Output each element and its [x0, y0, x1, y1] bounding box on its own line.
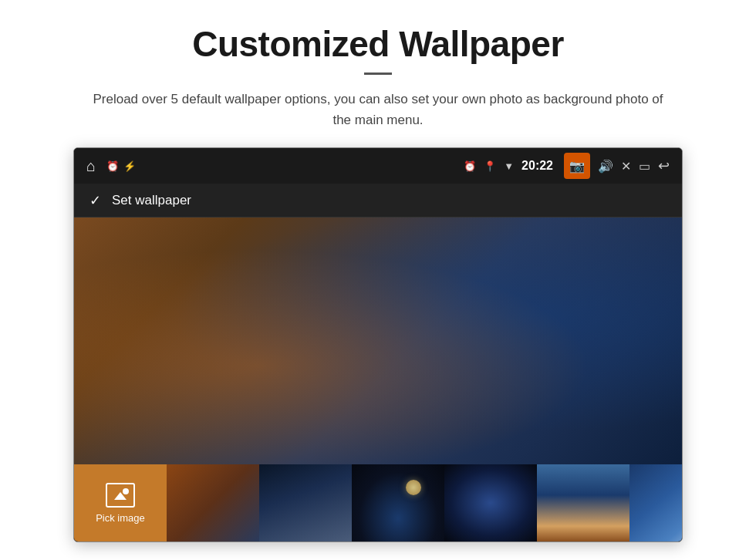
window-icon[interactable]: ▭ — [639, 159, 650, 174]
camera-icon: 📷 — [569, 159, 585, 174]
close-icon[interactable]: ✕ — [621, 159, 631, 174]
pick-image-thumb[interactable]: Pick image — [74, 464, 167, 541]
status-bar-left: ⌂ ⏰ ⚡ — [86, 157, 136, 175]
pick-image-label: Pick image — [96, 512, 145, 524]
wallpaper-thumb-4[interactable] — [444, 464, 537, 541]
camera-button[interactable]: 📷 — [564, 153, 590, 179]
alarm-icon: ⏰ — [106, 160, 119, 172]
wifi-icon: ▼ — [504, 160, 514, 172]
page-wrapper: Customized Wallpaper Preload over 5 defa… — [0, 0, 756, 560]
set-wallpaper-label: Set wallpaper — [112, 193, 191, 208]
wallpaper-thumb-3[interactable] — [352, 464, 444, 541]
wallpaper-thumb-1[interactable] — [167, 464, 259, 541]
location-icon: 📍 — [484, 160, 496, 172]
back-icon[interactable]: ↩ — [658, 157, 670, 174]
wallpaper-thumb-5[interactable] — [537, 464, 629, 541]
volume-icon[interactable]: 🔊 — [598, 159, 613, 174]
home-icon[interactable]: ⌂ — [86, 157, 96, 175]
title-divider — [364, 73, 392, 75]
set-wallpaper-bar: ✓ Set wallpaper — [74, 184, 682, 218]
wallpaper-thumb-6[interactable] — [629, 464, 682, 541]
status-bar: ⌂ ⏰ ⚡ ⏰ 📍 ▼ 20:22 📷 🔊 ✕ ▭ ↩ — [74, 148, 682, 184]
alarm-icon-right: ⏰ — [464, 160, 476, 172]
time-display: 20:22 — [521, 159, 553, 173]
pick-image-icon — [106, 483, 135, 508]
status-icons-left: ⏰ ⚡ — [106, 160, 136, 172]
usb-icon: ⚡ — [123, 160, 136, 172]
wallpaper-main-display — [74, 218, 682, 464]
check-icon: ✓ — [89, 192, 101, 209]
wallpaper-thumb-2[interactable] — [259, 464, 352, 541]
thumbnail-strip: Pick image — [74, 464, 682, 541]
page-title: Customized Wallpaper — [192, 23, 564, 65]
page-subtitle: Preload over 5 default wallpaper options… — [85, 89, 671, 130]
status-bar-right: ⏰ 📍 ▼ 20:22 📷 🔊 ✕ ▭ ↩ — [464, 153, 670, 179]
device-screen: ⌂ ⏰ ⚡ ⏰ 📍 ▼ 20:22 📷 🔊 ✕ ▭ ↩ — [73, 147, 683, 542]
